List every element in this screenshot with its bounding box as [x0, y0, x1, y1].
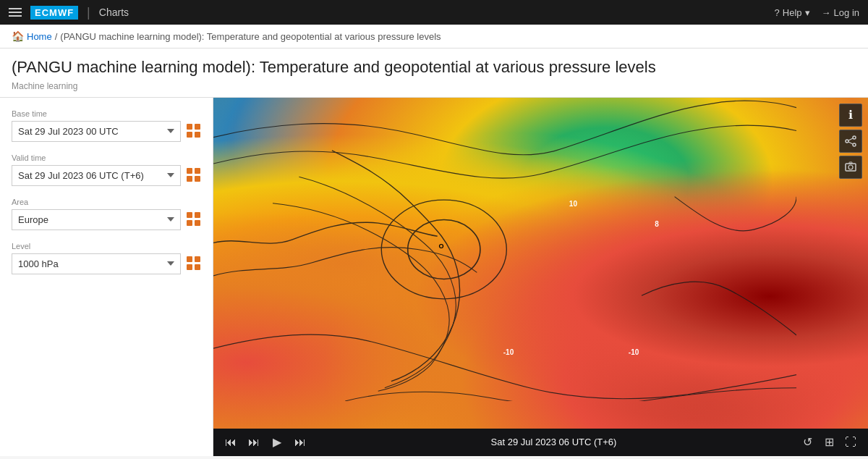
breadcrumb: 🏠 Home / (PANGU machine learning model):…	[0, 25, 868, 49]
map-container[interactable]: 10 -10 -10 8 -5 O ℹ	[213, 98, 868, 456]
navbar: ECMWF | Charts ? Help ▾ → Log in	[0, 0, 868, 25]
refresh-button[interactable]: ↺	[799, 434, 816, 451]
playback-bar: ⏮ ⏭ ▶ ⏭ Sat 29 Jul 2023 06 UTC (T+6) ↺ ⊞…	[213, 429, 868, 456]
map-contours: 10 -10 -10 8 -5 O	[213, 98, 796, 401]
login-icon: →	[822, 7, 831, 18]
svg-point-10	[853, 143, 856, 146]
svg-line-12	[848, 142, 853, 144]
nav-divider: |	[87, 5, 90, 20]
help-label: Help	[783, 7, 802, 18]
area-select[interactable]: Europe	[12, 209, 181, 230]
level-group: Level 1000 hPa	[12, 242, 201, 274]
step-forward-button[interactable]: ⏭	[292, 434, 309, 451]
svg-point-14	[848, 165, 853, 169]
step-back-button[interactable]: ⏭	[245, 434, 263, 451]
breadcrumb-home-link[interactable]: Home	[27, 31, 52, 42]
area-grid-icon[interactable]	[187, 212, 201, 227]
playback-timestamp: Sat 29 Jul 2023 06 UTC (T+6)	[315, 437, 793, 447]
help-icon: ?	[775, 7, 780, 18]
valid-time-grid-icon[interactable]	[187, 168, 201, 182]
svg-point-8	[853, 136, 856, 139]
svg-line-11	[848, 138, 853, 140]
play-button[interactable]: ▶	[268, 434, 286, 451]
skip-to-start-button[interactable]: ⏮	[222, 434, 239, 451]
page-title: (PANGU machine learning model): Temperat…	[12, 57, 856, 78]
info-button[interactable]: ℹ	[839, 104, 862, 127]
fullscreen-button[interactable]: ⛶	[842, 434, 859, 451]
hamburger-menu[interactable]	[9, 8, 22, 17]
svg-point-9	[846, 140, 848, 143]
svg-text:-10: -10	[503, 348, 514, 356]
share-button[interactable]	[839, 130, 862, 153]
breadcrumb-separator: /	[55, 31, 58, 42]
valid-time-label: Valid time	[12, 153, 201, 162]
svg-text:8: 8	[655, 219, 659, 227]
page-subtitle: Machine learning	[12, 81, 856, 91]
sidebar: Base time Sat 29 Jul 2023 00 UTC Valid t…	[0, 98, 213, 456]
help-chevron-icon: ▾	[805, 7, 810, 18]
svg-point-0	[408, 219, 480, 279]
area-label: Area	[12, 198, 201, 206]
base-time-grid-icon[interactable]	[187, 124, 201, 138]
base-time-group: Base time Sat 29 Jul 2023 00 UTC	[12, 109, 201, 142]
svg-text:O: O	[439, 242, 444, 249]
base-time-label: Base time	[12, 109, 201, 118]
base-time-select[interactable]: Sat 29 Jul 2023 00 UTC	[12, 121, 181, 142]
page-header: (PANGU machine learning model): Temperat…	[0, 49, 868, 98]
svg-text:-10: -10	[629, 348, 639, 356]
ecmwf-logo-text: ECMWF	[30, 6, 78, 20]
map-overlay-buttons: ℹ	[839, 104, 862, 179]
level-select[interactable]: 1000 hPa	[12, 253, 181, 274]
main-content: Base time Sat 29 Jul 2023 00 UTC Valid t…	[0, 98, 868, 456]
area-group: Area Europe	[12, 198, 201, 230]
level-label: Level	[12, 242, 201, 250]
playback-right-controls: ↺ ⊞ ⛶	[799, 434, 859, 451]
logo: ECMWF	[30, 6, 78, 20]
nav-charts-title: Charts	[99, 7, 129, 18]
login-label: Log in	[834, 7, 859, 18]
layout-button[interactable]: ⊞	[820, 434, 838, 451]
valid-time-group: Valid time Sat 29 Jul 2023 06 UTC (T+6)	[12, 153, 201, 186]
screenshot-button[interactable]	[839, 156, 862, 179]
map-visual: 10 -10 -10 8 -5 O	[213, 98, 868, 429]
svg-text:10: 10	[569, 200, 578, 208]
help-link[interactable]: ? Help ▾	[775, 7, 810, 18]
svg-point-1	[381, 200, 506, 299]
login-link[interactable]: → Log in	[822, 7, 859, 18]
svg-rect-15	[849, 162, 852, 164]
breadcrumb-current: (PANGU machine learning model): Temperat…	[60, 31, 441, 42]
level-grid-icon[interactable]	[187, 256, 201, 271]
valid-time-select[interactable]: Sat 29 Jul 2023 06 UTC (T+6)	[12, 165, 181, 186]
home-icon: 🏠	[12, 30, 24, 42]
